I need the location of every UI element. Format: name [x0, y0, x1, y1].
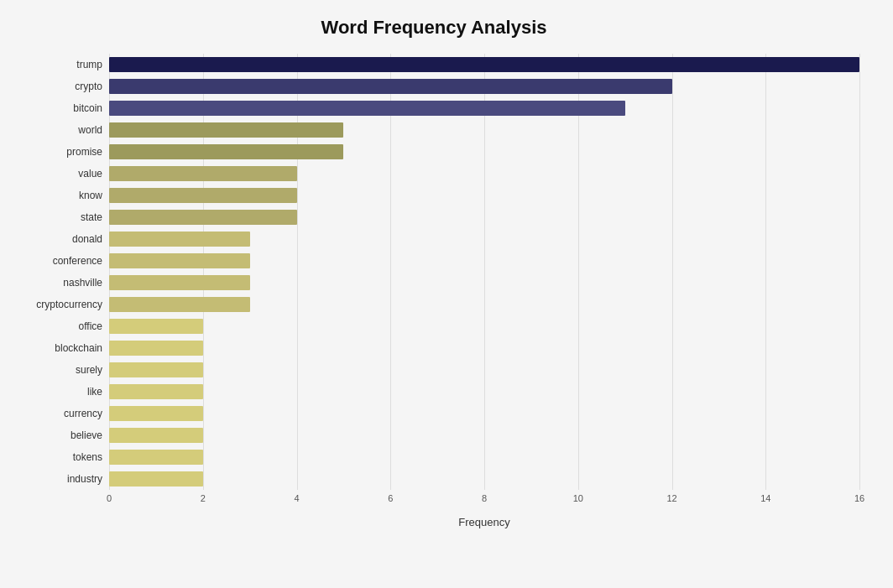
bar-row	[109, 119, 859, 141]
bar	[109, 101, 625, 116]
bar	[109, 384, 203, 399]
bars-and-grid	[109, 54, 859, 490]
bar	[109, 232, 250, 247]
x-tick: 16	[854, 493, 864, 503]
y-label: office	[8, 315, 109, 337]
bar-row	[109, 141, 859, 163]
x-axis-label: Frequency	[109, 516, 859, 528]
x-tick: 14	[760, 493, 770, 503]
bar-row	[109, 54, 859, 75]
y-label: like	[8, 381, 109, 403]
bars-rows	[109, 54, 859, 490]
bar	[109, 428, 203, 443]
y-label: conference	[8, 250, 109, 272]
bar	[109, 144, 343, 159]
chart-area: trumpcryptobitcoinworldpromisevalueknows…	[8, 54, 859, 528]
bar-row	[109, 468, 859, 490]
x-axis: 0246810121416	[109, 493, 859, 497]
bar-row	[109, 381, 859, 403]
y-label: bitcoin	[8, 97, 109, 119]
x-tick: 12	[666, 493, 676, 503]
bar-row	[109, 403, 859, 424]
chart-container: Word Frequency Analysis trumpcryptobitco…	[0, 0, 893, 588]
y-label: state	[8, 206, 109, 228]
y-labels: trumpcryptobitcoinworldpromisevalueknows…	[8, 54, 109, 490]
bar-row	[109, 424, 859, 446]
bar-row	[109, 228, 859, 250]
x-tick: 10	[573, 493, 583, 503]
x-tick: 6	[388, 493, 393, 503]
bar-row	[109, 294, 859, 315]
bar	[109, 362, 203, 377]
bar	[109, 79, 672, 94]
x-tick: 8	[482, 493, 487, 503]
bar	[109, 253, 250, 268]
grid-line	[859, 54, 860, 490]
bar	[109, 210, 297, 225]
y-label: tokens	[8, 446, 109, 468]
y-label: industry	[8, 468, 109, 490]
x-tick: 2	[201, 493, 206, 503]
y-label: promise	[8, 141, 109, 163]
y-label: nashville	[8, 272, 109, 294]
bar	[109, 122, 343, 138]
bar	[109, 450, 203, 465]
bar-row	[109, 446, 859, 468]
bars-section: trumpcryptobitcoinworldpromisevalueknows…	[8, 54, 859, 490]
x-tick: 4	[294, 493, 299, 503]
bar-row	[109, 250, 859, 272]
bar	[109, 297, 250, 312]
bar	[109, 319, 203, 334]
bar-row	[109, 185, 859, 206]
bar	[109, 406, 203, 421]
bar-row	[109, 337, 859, 359]
bar	[109, 188, 297, 203]
y-label: cryptocurrency	[8, 294, 109, 315]
bar-row	[109, 272, 859, 294]
y-label: believe	[8, 424, 109, 446]
bar	[109, 57, 859, 72]
y-label: surely	[8, 359, 109, 381]
y-label: know	[8, 185, 109, 206]
bar	[109, 341, 203, 356]
y-label: value	[8, 163, 109, 185]
bar-row	[109, 359, 859, 381]
y-label: blockchain	[8, 337, 109, 359]
y-label: trump	[8, 54, 109, 75]
bar	[109, 471, 203, 487]
bar	[109, 166, 297, 181]
bar-row	[109, 97, 859, 119]
chart-title: Word Frequency Analysis	[8, 17, 859, 39]
x-tick: 0	[107, 493, 112, 503]
bar-row	[109, 75, 859, 97]
bar	[109, 275, 250, 290]
bar-row	[109, 206, 859, 228]
y-label: donald	[8, 228, 109, 250]
y-label: world	[8, 119, 109, 141]
bar-row	[109, 315, 859, 337]
bar-row	[109, 163, 859, 185]
y-label: crypto	[8, 75, 109, 97]
y-label: currency	[8, 403, 109, 424]
